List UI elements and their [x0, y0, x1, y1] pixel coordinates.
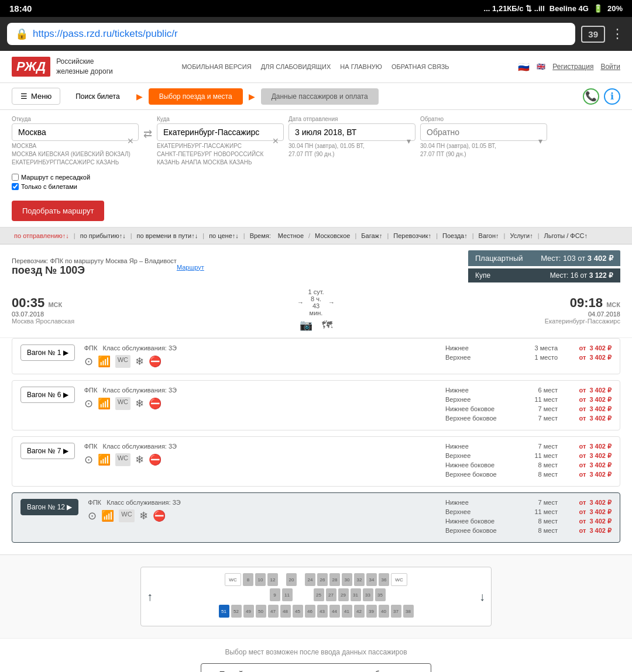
step-payment[interactable]: Данные пассажиров и оплата [261, 88, 379, 105]
map-seat[interactable]: 41 [342, 605, 352, 618]
sort-moscow[interactable]: Московское [312, 231, 352, 240]
date-clear-icon[interactable]: ▾ [407, 136, 411, 146]
map-up-arrow[interactable]: ↑ [147, 590, 153, 604]
map-seat[interactable]: 47 [268, 605, 279, 618]
date-input[interactable] [288, 123, 415, 141]
sort-benefits[interactable]: Льготы / ФСС↑ [542, 231, 590, 240]
to-input[interactable] [157, 123, 284, 141]
sort-arrival[interactable]: по прибытию↑↓ [78, 231, 128, 240]
wagon-1-button[interactable]: Вагон № 1 ▶ [20, 344, 75, 361]
nav-mobile[interactable]: МОБИЛЬНАЯ ВЕРСИЯ [181, 63, 251, 70]
map-seat[interactable]: 28 [329, 573, 340, 586]
kupe-row[interactable]: Купе Мест: 16 от 3 122 ₽ [468, 268, 620, 282]
tickets-checkbox[interactable] [12, 183, 19, 190]
swap-icon[interactable]: ⇄ [143, 127, 152, 140]
route-checkbox[interactable] [12, 174, 19, 181]
sort-carrier[interactable]: Перевозчик↑ [391, 231, 434, 240]
sort-price[interactable]: по цене↑↓ [207, 231, 241, 240]
sort-travel-time[interactable]: по времени в пути↑↓ [135, 231, 201, 240]
map-seat[interactable]: 10 [255, 573, 266, 586]
wagon-6-info: ФПК Класс обслуживания: 3Э ⊙ 📶 WC ❄ ⛔ [84, 387, 436, 410]
wagon-row: Вагон № 1 ▶ ФПК Класс обслуживания: 3Э ⊙… [12, 338, 620, 374]
map-seat[interactable]: 35 [375, 588, 386, 601]
map-seat[interactable]: 36 [379, 573, 389, 586]
map-seat[interactable]: 32 [354, 573, 365, 586]
sort-wagon[interactable]: Вагон↑ [476, 231, 502, 240]
platzkart-header[interactable]: Плацкартный Мест: 103 от 3 402 ₽ [468, 250, 620, 266]
map-seat[interactable]: 11 [282, 588, 293, 601]
map-seat[interactable]: 8 [243, 573, 253, 586]
train-map-mid-row: 9 11 25 27 29 31 33 35 [155, 588, 477, 601]
map-seat[interactable]: 34 [366, 573, 377, 586]
back-clear-icon[interactable]: ▾ [538, 136, 542, 146]
nav-accessible[interactable]: ДЛЯ СЛАБОВИДЯЩИХ [261, 63, 331, 70]
train-map-section: ↑ WC 8 10 12 20 24 26 28 30 [0, 554, 632, 638]
wagon-6-button[interactable]: Вагон № 6 ▶ [20, 387, 75, 403]
sort-services[interactable]: Услуги↑ [507, 231, 535, 240]
sort-departure[interactable]: по отправлению↑↓ [12, 231, 71, 240]
sort-baggage[interactable]: Багаж↑ [359, 231, 384, 240]
map-seat[interactable]: 39 [366, 605, 377, 618]
map-seat[interactable]: 44 [329, 605, 340, 618]
map-seat[interactable]: 31 [351, 588, 361, 601]
proceed-button[interactable]: Перейти к вводу данных пассажира и выбор… [201, 663, 431, 672]
map-seat[interactable]: 29 [338, 588, 349, 601]
route-link[interactable]: Маршрут [177, 264, 204, 271]
map-seat[interactable]: 48 [280, 605, 291, 618]
flag-ru: 🇷🇺 [518, 61, 530, 73]
tab-count[interactable]: 39 [581, 26, 605, 43]
map-seat[interactable]: 49 [243, 605, 254, 618]
map-seat[interactable]: 40 [379, 605, 389, 618]
map-seat[interactable]: 30 [342, 573, 352, 586]
seat-row: Нижнее боковое 8 мест от 3 402 ₽ [445, 518, 612, 525]
sort-trains[interactable]: Поезда↑ [440, 231, 470, 240]
info-icon[interactable]: ℹ [604, 88, 620, 105]
map-seat[interactable]: 38 [403, 605, 414, 618]
map-seat[interactable]: 12 [267, 573, 278, 586]
map-seat[interactable]: 43 [317, 605, 328, 618]
map-seat[interactable]: 42 [354, 605, 365, 618]
wagon-row: Вагон № 7 ▶ ФПК Класс обслуживания: 3Э ⊙… [12, 436, 620, 487]
wagon-12-icons: ⊙ 📶 WC ❄ ⛔ [88, 509, 436, 522]
wagon-7-button[interactable]: Вагон № 7 ▶ [20, 443, 75, 459]
map-seat[interactable]: 37 [391, 605, 401, 618]
menu-button[interactable]: ☰ Меню [12, 88, 60, 105]
nav-home[interactable]: НА ГЛАВНУЮ [340, 63, 382, 70]
sort-time-label: Время: [248, 231, 273, 240]
map-down-arrow[interactable]: ↓ [479, 590, 485, 604]
map-seat[interactable]: 24 [305, 573, 315, 586]
map-seat-selected[interactable]: 51 [219, 605, 229, 618]
from-input[interactable] [12, 123, 139, 141]
from-clear-icon[interactable]: ✕ [127, 136, 134, 146]
map-seat[interactable]: 33 [363, 588, 373, 601]
to-clear-icon[interactable]: ✕ [272, 136, 279, 146]
map-seat[interactable]: 45 [293, 605, 303, 618]
back-label: Обратно [420, 116, 547, 122]
map-seat[interactable]: 20 [286, 573, 297, 586]
browser-menu-button[interactable]: ⋮ [611, 26, 625, 42]
map-seat[interactable]: 50 [256, 605, 266, 618]
map-seat[interactable]: 52 [231, 605, 242, 618]
train-section: Перевозчик: ФПК по маршруту Москва Яр – … [0, 244, 632, 338]
step-select[interactable]: Выбор поезда и места [149, 88, 243, 105]
scheme-icon[interactable]: 🗺 [322, 319, 332, 332]
nav-feedback[interactable]: ОБРАТНАЯ СВЯЗЬ [391, 63, 449, 70]
step-search[interactable]: Поиск билета [65, 88, 130, 105]
register-link[interactable]: Регистрация [552, 63, 593, 71]
map-seat[interactable]: 46 [305, 605, 315, 618]
back-input[interactable] [420, 123, 547, 141]
wagon-6-icons: ⊙ 📶 WC ❄ ⛔ [84, 397, 436, 410]
url-bar[interactable]: 🔒 https://pass.rzd.ru/tickets/public/r [7, 23, 575, 45]
phone-icon[interactable]: 📞 [583, 88, 599, 105]
photo-icon[interactable]: 📷 [300, 319, 312, 332]
login-link[interactable]: Войти [600, 63, 620, 71]
depart-date: 03.07.2018 [12, 311, 297, 318]
map-seat[interactable]: 9 [270, 588, 280, 601]
map-seat[interactable]: 25 [314, 588, 324, 601]
map-seat[interactable]: 27 [326, 588, 336, 601]
find-button[interactable]: Подобрать маршрут [12, 201, 104, 221]
wagon-12-button[interactable]: Вагон № 12 ▶ [20, 499, 78, 515]
url-text[interactable]: https://pass.rzd.ru/tickets/public/r [33, 28, 178, 40]
map-seat[interactable]: 26 [317, 573, 328, 586]
sort-local[interactable]: Местное [276, 231, 306, 240]
